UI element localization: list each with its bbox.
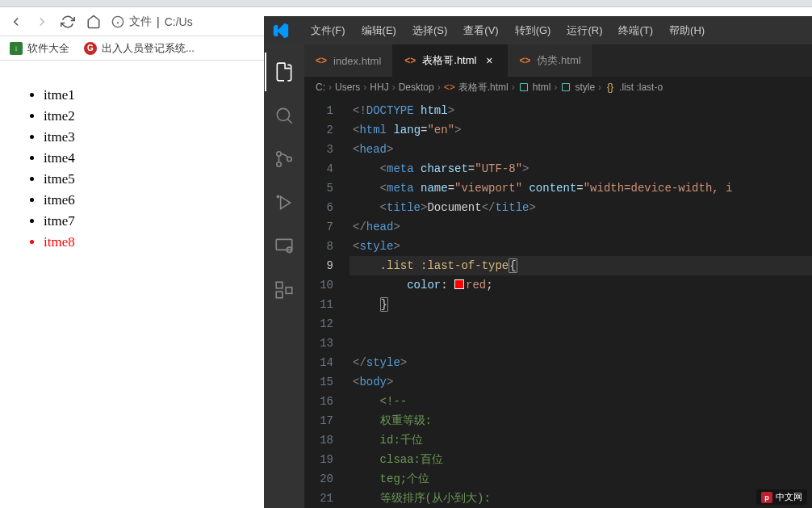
menu-item[interactable]: 终端(T) bbox=[610, 20, 661, 41]
svg-line-4 bbox=[287, 119, 291, 123]
remote-icon[interactable] bbox=[265, 227, 303, 266]
html-file-icon: <> bbox=[404, 55, 416, 66]
bookmark-label: 软件大全 bbox=[27, 41, 69, 56]
svg-rect-12 bbox=[276, 292, 283, 298]
line-number: 19 bbox=[304, 450, 333, 469]
reload-icon[interactable] bbox=[60, 14, 76, 30]
code-line[interactable]: <title>Document</title> bbox=[349, 198, 812, 217]
tab-label: index.html bbox=[333, 55, 381, 67]
line-number: 6 bbox=[304, 198, 333, 217]
breadcrumb-item[interactable]: Desktop bbox=[399, 82, 434, 93]
code-line[interactable]: <meta name="viewport" content="width=dev… bbox=[349, 178, 812, 198]
line-number: 11 bbox=[304, 295, 333, 314]
watermark-logo-icon: p bbox=[761, 492, 772, 503]
brace-icon: {} bbox=[605, 82, 616, 93]
code-line[interactable]: <meta charset="UTF-8"> bbox=[349, 159, 812, 178]
source-control-icon[interactable] bbox=[265, 140, 303, 178]
tag-icon bbox=[560, 82, 571, 93]
menu-item[interactable]: 文件(F) bbox=[303, 20, 354, 41]
code-line[interactable] bbox=[349, 314, 812, 334]
bookmark-icon: ↓ bbox=[10, 42, 23, 55]
code-line[interactable]: <!-- bbox=[349, 392, 812, 411]
code-line[interactable]: .list :last-of-type{ bbox=[349, 256, 812, 275]
code-line[interactable]: 权重等级: bbox=[349, 411, 812, 430]
editor-tab[interactable]: <>表格哥.html× bbox=[393, 44, 508, 77]
bookmark-item[interactable]: ↓软件大全 bbox=[10, 41, 69, 56]
forward-icon[interactable] bbox=[34, 14, 50, 30]
bookmark-label: 出入人员登记系统... bbox=[102, 41, 195, 56]
editor-tab[interactable]: <>伪类.html bbox=[508, 44, 592, 77]
code-line[interactable]: <style> bbox=[349, 237, 812, 256]
code-line[interactable]: teg;个位 bbox=[349, 469, 812, 489]
html-file-icon: <> bbox=[444, 82, 455, 93]
editor-area: <>index.html<>表格哥.html×<>伪类.html C:›User… bbox=[304, 44, 812, 508]
extensions-icon[interactable] bbox=[265, 271, 303, 309]
address-bar[interactable]: 文件 | C:/Us bbox=[111, 15, 193, 29]
svg-point-6 bbox=[277, 162, 281, 166]
code-line[interactable]: color: red; bbox=[349, 275, 812, 295]
menu-item[interactable]: 查看(V) bbox=[455, 20, 506, 41]
svg-rect-13 bbox=[286, 288, 292, 294]
code-line[interactable]: <!DOCTYPE html> bbox=[349, 101, 812, 120]
code-line[interactable]: <head> bbox=[349, 140, 812, 159]
back-icon[interactable] bbox=[8, 14, 24, 30]
line-number: 5 bbox=[304, 178, 333, 198]
html-file-icon: <> bbox=[519, 55, 530, 66]
code-content[interactable]: <!DOCTYPE html><html lang="en"><head> <m… bbox=[349, 98, 812, 508]
breadcrumb-item[interactable]: style bbox=[560, 82, 595, 93]
info-icon bbox=[111, 15, 124, 28]
menu-item[interactable]: 转到(G) bbox=[507, 20, 559, 41]
menu-item[interactable]: 帮助(H) bbox=[661, 20, 713, 41]
line-number: 20 bbox=[304, 469, 333, 489]
line-number: 3 bbox=[304, 140, 333, 159]
line-number: 13 bbox=[304, 334, 333, 353]
page-content: itme1itme2itme3itme4itme5itme6itme7itme8 bbox=[0, 61, 264, 508]
code-line[interactable]: } bbox=[349, 295, 812, 314]
breadcrumb[interactable]: C:›Users›HHJ›Desktop›<>表格哥.html›html›sty… bbox=[304, 77, 812, 98]
address-label: 文件 bbox=[129, 15, 152, 29]
list-item: itme2 bbox=[44, 106, 248, 127]
code-line[interactable]: id:千位 bbox=[349, 430, 812, 450]
svg-rect-11 bbox=[276, 282, 283, 288]
list-item: itme1 bbox=[44, 85, 248, 106]
item-list: itme1itme2itme3itme4itme5itme6itme7itme8 bbox=[16, 85, 248, 253]
svg-point-3 bbox=[277, 108, 289, 120]
bookmark-icon: G bbox=[84, 42, 97, 55]
menu-item[interactable]: 编辑(E) bbox=[354, 20, 404, 41]
editor-tab[interactable]: <>index.html bbox=[304, 44, 393, 77]
home-icon[interactable] bbox=[86, 14, 102, 30]
line-number: 16 bbox=[304, 392, 333, 411]
code-line[interactable]: </style> bbox=[349, 353, 812, 372]
search-icon[interactable] bbox=[265, 96, 303, 135]
breadcrumb-item[interactable]: Users bbox=[335, 82, 360, 93]
breadcrumb-item[interactable]: {}.list :last-o bbox=[605, 82, 663, 93]
line-number: 17 bbox=[304, 411, 333, 430]
menu-item[interactable]: 选择(S) bbox=[404, 20, 455, 41]
breadcrumb-item[interactable]: <>表格哥.html bbox=[444, 81, 509, 94]
code-line[interactable]: 等级排序(从小到大): bbox=[349, 489, 812, 508]
list-item: itme4 bbox=[44, 148, 248, 169]
vscode-menubar: 文件(F)编辑(E)选择(S)查看(V)转到(G)运行(R)终端(T)帮助(H) bbox=[264, 16, 812, 44]
explorer-icon[interactable] bbox=[265, 52, 303, 91]
html-file-icon: <> bbox=[316, 55, 327, 66]
list-item: itme6 bbox=[44, 190, 248, 211]
code-line[interactable]: <html lang="en"> bbox=[349, 120, 812, 140]
breadcrumb-item[interactable]: html bbox=[518, 82, 551, 93]
editor-tabs: <>index.html<>表格哥.html×<>伪类.html bbox=[304, 44, 812, 77]
debug-icon[interactable] bbox=[265, 183, 303, 222]
close-icon[interactable]: × bbox=[483, 54, 496, 67]
list-item: itme5 bbox=[44, 169, 248, 190]
code-line[interactable]: clsaa:百位 bbox=[349, 450, 812, 469]
breadcrumb-item[interactable]: HHJ bbox=[370, 82, 388, 93]
code-line[interactable] bbox=[349, 334, 812, 353]
bookmark-item[interactable]: G出入人员登记系统... bbox=[84, 41, 195, 56]
vscode-logo-icon bbox=[270, 20, 291, 41]
svg-point-5 bbox=[277, 152, 281, 156]
line-number: 15 bbox=[304, 372, 333, 392]
menu-item[interactable]: 运行(R) bbox=[559, 20, 610, 41]
line-gutter: 123456789101112131415161718192021 bbox=[304, 98, 349, 508]
code-line[interactable]: </head> bbox=[349, 217, 812, 237]
breadcrumb-item[interactable]: C: bbox=[316, 82, 325, 93]
code-editor[interactable]: 123456789101112131415161718192021 <!DOCT… bbox=[304, 98, 812, 508]
code-line[interactable]: <body> bbox=[349, 372, 812, 392]
